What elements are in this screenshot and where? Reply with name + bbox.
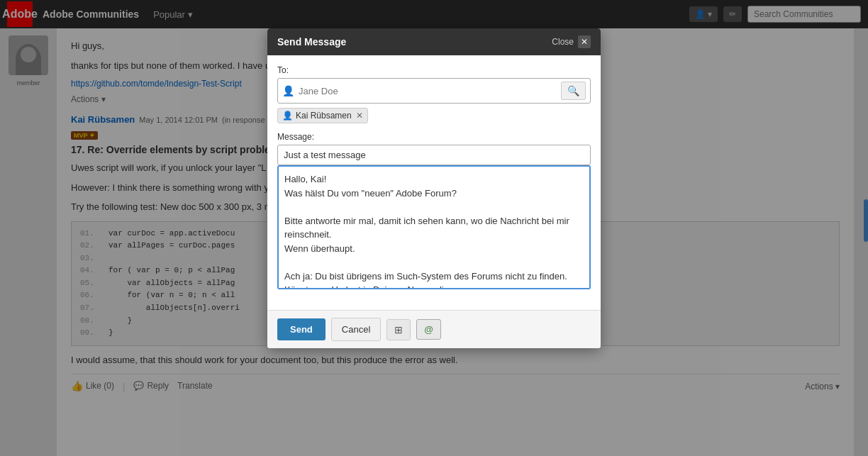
modal-title: Send Message — [277, 36, 346, 48]
to-input[interactable] — [299, 86, 557, 96]
message-body-textarea[interactable] — [277, 165, 591, 289]
recipient-name: Kai Rübsamen — [296, 111, 352, 121]
modal-overlay[interactable]: Send Message Close ✕ To: 👤 🔍 👤 Kai Rübsa… — [0, 0, 868, 456]
recipient-icon: 👤 — [282, 111, 293, 121]
modal-body: To: 👤 🔍 👤 Kai Rübsamen ✕ Message: — [267, 55, 601, 310]
modal-close-area: Close ✕ — [552, 35, 591, 48]
message-label: Message: — [277, 132, 591, 142]
to-input-area: 👤 🔍 — [277, 78, 591, 104]
recipient-tag: 👤 Kai Rübsamen ✕ — [277, 108, 368, 123]
message-group: Message: — [277, 132, 591, 291]
send-button[interactable]: Send — [277, 318, 326, 340]
to-label: To: — [277, 65, 591, 75]
message-subject-input[interactable] — [277, 145, 591, 165]
person-icon: 👤 — [282, 85, 294, 96]
attach-button[interactable]: ⊞ — [386, 319, 411, 340]
cancel-button[interactable]: Cancel — [331, 318, 381, 341]
modal-close-button[interactable]: ✕ — [578, 35, 591, 48]
at-button[interactable]: @ — [416, 319, 441, 340]
modal-header: Send Message Close ✕ — [267, 28, 601, 55]
recipient-remove-button[interactable]: ✕ — [356, 111, 363, 121]
send-message-modal: Send Message Close ✕ To: 👤 🔍 👤 Kai Rübsa… — [267, 28, 601, 348]
modal-footer: Send Cancel ⊞ @ — [267, 310, 601, 348]
to-field-group: To: 👤 🔍 👤 Kai Rübsamen ✕ — [277, 65, 591, 123]
to-search-button[interactable]: 🔍 — [561, 82, 586, 100]
modal-close-link[interactable]: Close — [552, 37, 574, 47]
